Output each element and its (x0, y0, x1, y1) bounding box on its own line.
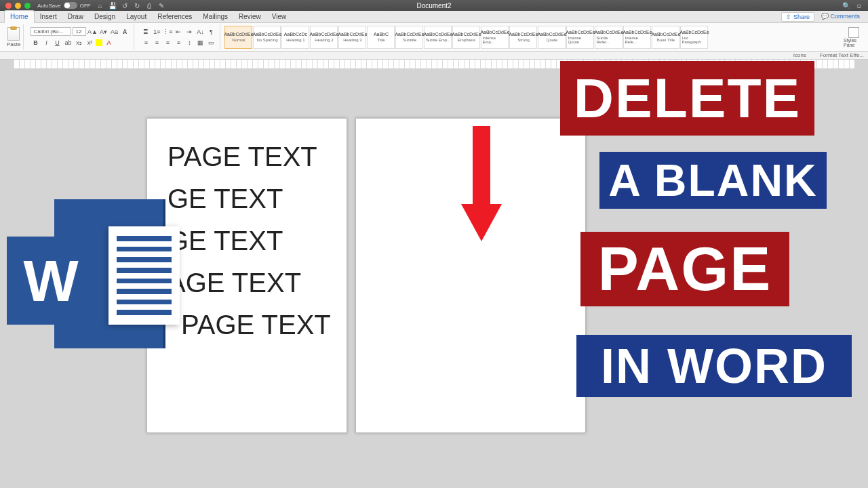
increase-font-icon[interactable]: A▲ (87, 27, 97, 37)
superscript-button[interactable]: x² (85, 38, 94, 47)
multilevel-icon[interactable]: ⋮≡ (163, 27, 172, 37)
overlay-in-word: IN WORD (576, 335, 852, 397)
tab-insert[interactable]: Insert (35, 11, 62, 22)
help-icon[interactable]: ☺ (856, 2, 863, 9)
italic-button[interactable]: I (41, 38, 51, 47)
align-left-icon[interactable]: ≡ (141, 38, 151, 47)
word-logo-letter: W (23, 247, 78, 314)
decrease-font-icon[interactable]: A▾ (98, 27, 108, 37)
paste-icon[interactable] (7, 27, 20, 41)
window-controls (5, 3, 31, 9)
overlay-a-blank: A BLANK (599, 152, 827, 209)
tab-layout[interactable]: Layout (121, 11, 152, 22)
redo-icon[interactable]: ↻ (133, 1, 141, 9)
page-text-line: AGE TEXT (167, 265, 333, 300)
style-quote[interactable]: AaBbCcDdEeQuote (538, 26, 566, 49)
style-subtitle[interactable]: AaBbCcDdEeSubtitle (395, 26, 423, 49)
underline-button[interactable]: U (52, 38, 62, 47)
styles-gallery: AaBbCcDdEeNormalAaBbCcDdEeNo SpacingAaBb… (223, 24, 841, 49)
page-text-line: PAGE TEXT (181, 307, 333, 342)
tab-design[interactable]: Design (89, 11, 121, 22)
style-no-spacing[interactable]: AaBbCcDdEeNo Spacing (253, 26, 281, 49)
borders-icon[interactable]: ▭ (206, 38, 216, 47)
maximize-window-button[interactable] (24, 3, 31, 9)
bullets-icon[interactable]: ≣ (141, 27, 151, 37)
print-icon[interactable]: ⎙ (145, 1, 153, 9)
style-subtle-emp-[interactable]: AaBbCcDdEeSubtle Emp... (424, 26, 452, 49)
home-icon[interactable]: ⌂ (96, 1, 104, 9)
style-strong[interactable]: AaBbCcDdEeStrong (509, 26, 537, 49)
style-intense-refe-[interactable]: AaBbCcDdEeIntense Refe... (623, 26, 651, 49)
toggle-switch-icon[interactable] (64, 2, 77, 9)
styles-pane-label: Styles Pane (844, 38, 864, 47)
sort-icon[interactable]: A↓ (195, 27, 205, 37)
brush-icon[interactable]: ✎ (157, 1, 165, 9)
context-format[interactable]: Format Text Effe... (820, 52, 864, 58)
font-name-select[interactable]: Calibri (Bo... (31, 27, 71, 36)
font-color-button[interactable]: A (104, 38, 113, 47)
indent-icon[interactable]: ⇥ (184, 27, 194, 37)
minimize-window-button[interactable] (15, 3, 21, 9)
clear-format-icon[interactable]: A̷ (120, 27, 130, 37)
style-heading-1[interactable]: AaBbCcDcHeading 1 (281, 26, 309, 49)
tab-references[interactable]: References (152, 11, 197, 22)
context-icons[interactable]: Icons (793, 52, 806, 58)
paste-label: Paste (7, 41, 20, 47)
undo-icon[interactable]: ↺ (121, 1, 129, 9)
autosave-state: OFF (80, 3, 91, 9)
change-case-icon[interactable]: Aa (109, 27, 119, 37)
style-heading-2[interactable]: AaBbCcDdEeHeading 2 (310, 26, 338, 49)
overlay-delete: DELETE (560, 61, 814, 136)
word-app-logo: W (7, 199, 163, 355)
tab-view[interactable]: View (267, 11, 292, 22)
style-heading-3[interactable]: AaBbCcDdEeHeading 3 (338, 26, 366, 49)
page-text-line: GE TEXT (167, 181, 333, 216)
style-list-paragraph[interactable]: AaBbCcDdEeList Paragraph (680, 26, 708, 49)
show-marks-icon[interactable]: ¶ (206, 27, 216, 37)
outdent-icon[interactable]: ⇤ (174, 27, 183, 37)
tab-home[interactable]: Home (4, 10, 35, 23)
word-logo-w-panel: W (7, 237, 95, 325)
style-emphasis[interactable]: AaBbCcDdEeEmphasis (452, 26, 480, 49)
quick-access-toolbar: ⌂ 💾 ↺ ↻ ⎙ ✎ (96, 1, 165, 9)
style-normal[interactable]: AaBbCcDdEeNormal (224, 26, 252, 49)
style-subtle-refer-[interactable]: AaBbCcDdEeSubtle Refer... (595, 26, 623, 49)
paragraph-group: ≣ 1≡ ⋮≡ ⇤ ⇥ A↓ ¶ ≡ ≡ ≡ ≡ ↕ ▦ ▭ (137, 24, 220, 49)
font-size-select[interactable]: 12 (73, 27, 86, 36)
close-window-button[interactable] (5, 3, 12, 9)
style-intense-emp-[interactable]: AaBbCcDdEeIntense Emp... (481, 26, 509, 49)
page-1-content: PAGE TEXTGE TEXTGE TEXTAGE TEXTPAGE TEXT (167, 139, 333, 342)
document-title: Document2 (416, 2, 451, 9)
numbering-icon[interactable]: 1≡ (152, 27, 161, 37)
macos-titlebar: AutoSave OFF ⌂ 💾 ↺ ↻ ⎙ ✎ Document2 🔍 ☺ (0, 0, 868, 11)
ribbon-tabs: Home Insert Draw Design Layout Reference… (0, 11, 868, 23)
subscript-button[interactable]: x₂ (74, 38, 83, 47)
strike-button[interactable]: ab (63, 38, 73, 47)
context-toolbar: Icons Format Text Effe... (0, 52, 868, 60)
tab-review[interactable]: Review (233, 11, 267, 22)
justify-icon[interactable]: ≡ (174, 38, 183, 47)
overlay-page: PAGE (580, 232, 789, 306)
highlight-button[interactable] (96, 39, 102, 46)
align-center-icon[interactable]: ≡ (152, 38, 161, 47)
comments-button[interactable]: 💬 Comments (818, 12, 863, 22)
share-button[interactable]: ⇧ Share (781, 12, 814, 22)
line-spacing-icon[interactable]: ↕ (184, 38, 194, 47)
bold-button[interactable]: B (31, 38, 40, 47)
styles-pane-button[interactable]: Styles Pane (844, 27, 864, 47)
shading-icon[interactable]: ▦ (195, 38, 205, 47)
style-intense-quote[interactable]: AaBbCcDdEeIntense Quote (566, 26, 594, 49)
red-down-arrow-icon (461, 126, 502, 248)
save-icon[interactable]: 💾 (108, 1, 117, 9)
autosave-toggle[interactable]: AutoSave OFF (37, 2, 91, 9)
styles-pane-icon (848, 27, 859, 38)
clipboard-group: Paste (4, 24, 24, 49)
tab-draw[interactable]: Draw (62, 11, 89, 22)
tab-mailings[interactable]: Mailings (197, 11, 233, 22)
style-title[interactable]: AaBbCTitle (367, 26, 395, 49)
search-icon[interactable]: 🔍 (842, 2, 850, 9)
style-book-title[interactable]: AaBbCcDdEeBook Title (652, 26, 679, 49)
align-right-icon[interactable]: ≡ (163, 38, 172, 47)
titlebar-right: 🔍 ☺ (842, 2, 863, 9)
document-canvas: PAGE TEXTGE TEXTGE TEXTAGE TEXTPAGE TEXT… (0, 69, 868, 488)
